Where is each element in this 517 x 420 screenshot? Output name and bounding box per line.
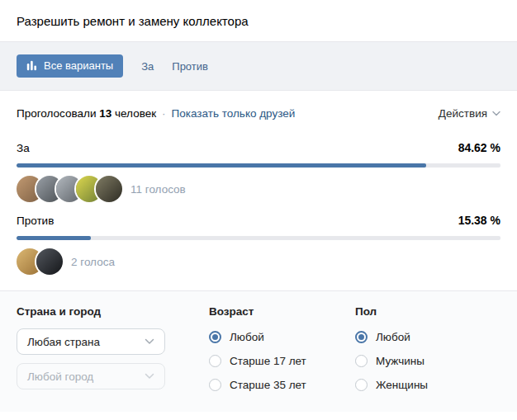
city-select: Любой город	[17, 363, 165, 389]
radio-icon	[355, 379, 368, 391]
dot-separator: ·	[162, 107, 166, 120]
bar-chart-icon	[26, 60, 37, 71]
option-label: За	[17, 142, 30, 154]
filter-gender: Пол Любой Мужчины Женщины	[355, 305, 500, 400]
gender-radio-women[interactable]: Женщины	[355, 376, 500, 393]
age-radio-over-35[interactable]: Старше 35 лет	[209, 376, 355, 393]
poll-option-for: За 84.62 % 11 голосов	[17, 141, 500, 202]
chevron-down-icon	[145, 373, 154, 380]
radio-label: Женщины	[376, 379, 428, 391]
age-radio-over-17[interactable]: Старше 17 лет	[209, 352, 355, 369]
tab-for[interactable]: За	[141, 60, 154, 73]
country-select-value: Любая страна	[27, 336, 100, 348]
city-select-value: Любой город	[27, 370, 93, 383]
voted-prefix: Проголосовали	[17, 107, 96, 120]
filter-age-header: Возраст	[209, 305, 355, 318]
voters-row: 11 голосов	[17, 176, 500, 202]
tab-all-variants[interactable]: Все варианты	[17, 54, 123, 78]
vote-bar-track	[17, 163, 500, 168]
radio-label: Старше 35 лет	[230, 379, 306, 391]
voted-summary: Проголосовали 13 человек · Показать толь…	[17, 107, 295, 120]
radio-label: Мужчины	[376, 355, 425, 367]
radio-icon	[209, 355, 221, 367]
show-friends-link[interactable]: Показать только друзей	[172, 107, 296, 120]
votes-count: 11 голосов	[130, 183, 186, 196]
vote-bar-track	[17, 236, 500, 240]
voted-count: 13	[99, 107, 111, 120]
chevron-down-icon	[145, 338, 154, 345]
results-tabbar: Все варианты За Против	[0, 41, 517, 91]
option-label: Против	[17, 215, 54, 227]
filter-location-header: Страна и город	[17, 305, 209, 318]
tab-all-variants-label: Все варианты	[44, 59, 113, 72]
poll-header: Разрешить ремонт и замену коллектора	[0, 0, 517, 41]
summary-row: Проголосовали 13 человек · Показать толь…	[17, 107, 500, 120]
votes-count: 2 голоса	[71, 256, 115, 268]
filter-gender-header: Пол	[355, 305, 500, 318]
radio-icon	[209, 331, 221, 343]
voter-avatar[interactable]	[36, 248, 63, 275]
vote-bar-fill	[17, 236, 91, 240]
option-label-row: За 84.62 %	[17, 141, 500, 154]
radio-icon	[355, 331, 368, 343]
radio-label: Любой	[230, 331, 264, 343]
option-label-row: Против 15.38 %	[17, 214, 500, 227]
chevron-down-icon	[492, 111, 500, 116]
filter-location: Страна и город Любая страна Любой город	[17, 305, 209, 400]
tab-against[interactable]: Против	[172, 60, 208, 73]
filter-age: Возраст Любой Старше 17 лет Старше 35 ле…	[209, 305, 355, 400]
poll-title: Разрешить ремонт и замену коллектора	[17, 14, 249, 28]
radio-label: Любой	[376, 331, 410, 343]
voted-text: Проголосовали 13 человек	[17, 107, 156, 120]
actions-label: Действия	[439, 107, 487, 120]
voters-row: 2 голоса	[17, 248, 500, 275]
radio-icon	[209, 379, 221, 391]
voted-suffix: человек	[115, 107, 156, 120]
vote-bar-fill	[17, 163, 426, 168]
country-select[interactable]: Любая страна	[17, 328, 165, 355]
radio-label: Старше 17 лет	[230, 355, 306, 367]
option-percent: 15.38 %	[458, 214, 500, 227]
option-percent: 84.62 %	[458, 141, 500, 154]
voter-avatar[interactable]	[96, 176, 122, 202]
gender-radio-men[interactable]: Мужчины	[355, 352, 500, 369]
radio-icon	[355, 355, 368, 367]
filters-panel: Страна и город Любая страна Любой город …	[0, 290, 517, 412]
gender-radio-any[interactable]: Любой	[355, 328, 500, 345]
poll-option-against: Против 15.38 % 2 голоса	[17, 214, 500, 275]
age-radio-any[interactable]: Любой	[209, 328, 355, 345]
actions-dropdown[interactable]: Действия	[439, 107, 500, 120]
poll-results: Проголосовали 13 человек · Показать толь…	[0, 91, 517, 290]
